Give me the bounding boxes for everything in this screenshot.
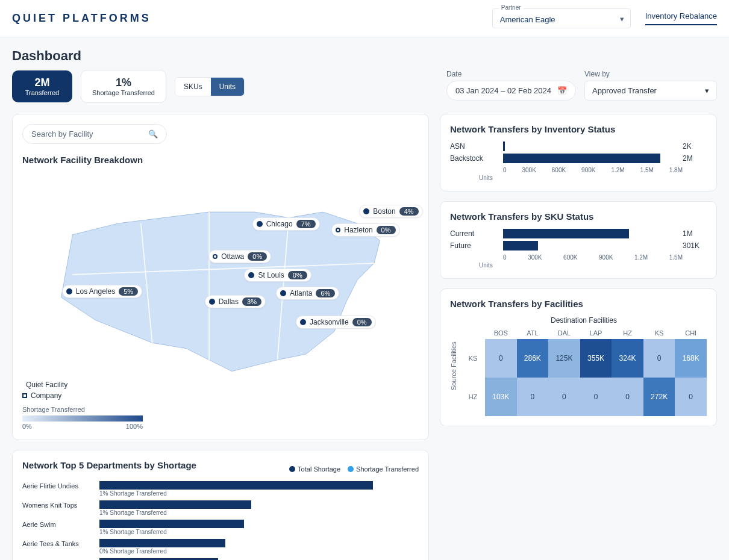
city-pill-st-louis[interactable]: St Louis0% (244, 269, 311, 282)
top5-row: Aerie Flirtie Undies1% Shortage Transfer… (22, 481, 419, 497)
city-dot-icon (363, 208, 369, 214)
partner-value: American Eagle (500, 15, 555, 24)
bar-row: Future301K (450, 241, 707, 250)
heat-cell[interactable]: 324K (612, 339, 643, 378)
city-pct-badge: 5% (119, 287, 138, 296)
breadcrumb[interactable]: Inventory Rebalance (645, 11, 717, 25)
top5-legend: Total Shortage Shortage Transferred (289, 465, 419, 473)
city-pill-chicago[interactable]: Chicago7% (252, 217, 320, 231)
bar[interactable] (99, 500, 251, 509)
legend-trans-swatch (348, 466, 354, 472)
heat-row-header: KS (461, 339, 485, 378)
city-dot-icon (300, 319, 306, 325)
city-dot-icon (213, 254, 217, 259)
kpi-shortage-transferred[interactable]: 1% Shortage Transferred (81, 70, 166, 103)
city-dot-icon (209, 299, 215, 305)
bar[interactable] (99, 520, 244, 528)
top5-row: Aerie Swim1% Shortage Transferred (22, 520, 419, 535)
inventory-status-card: Network Transfers by Inventory Status AS… (440, 114, 717, 191)
city-dot-icon (66, 288, 72, 294)
bar[interactable] (99, 539, 225, 547)
top5-row: Aerie Tees & Tanks0% Shortage Transferre… (22, 539, 419, 555)
city-pill-dallas[interactable]: Dallas3% (205, 295, 266, 308)
viewby-label: View by (584, 70, 717, 78)
heat-cell[interactable]: 0 (485, 339, 517, 378)
kpi-transferred[interactable]: 2M Transferred (12, 70, 72, 102)
heat-cell[interactable]: 0 (612, 378, 643, 416)
bar[interactable] (99, 481, 373, 490)
city-pill-ottawa[interactable]: Ottawa0% (208, 250, 271, 263)
heat-cell[interactable]: 286K (517, 339, 549, 378)
toggle-units[interactable]: Units (211, 78, 244, 96)
heat-cell[interactable]: 0 (580, 378, 612, 416)
partner-label: Partner (499, 4, 524, 11)
top5-row: Womens Knit Tops1% Shortage Transferred (22, 500, 419, 516)
heat-col-header: BOS (485, 327, 517, 339)
top5-title: Network Top 5 Departments by Shortage (22, 460, 196, 470)
date-range-picker[interactable]: 03 Jan 2024 – 02 Feb 2024 📅 (446, 81, 576, 101)
city-dot-icon (280, 290, 286, 296)
calendar-icon: 📅 (557, 86, 567, 95)
heat-title: Network Transfers by Facilities (450, 299, 707, 309)
facility-breakdown-card: Search by Facility 🔍 Network Facility Br… (12, 114, 429, 440)
city-dot-icon (336, 228, 340, 232)
heat-cell[interactable]: 272K (643, 378, 675, 416)
search-input[interactable]: Search by Facility 🔍 (22, 124, 167, 144)
heat-col-header: DAL (548, 327, 580, 339)
top5-card: Network Top 5 Departments by Shortage To… (12, 450, 429, 560)
partner-select[interactable]: Partner American Eagle ▾ (492, 8, 631, 28)
city-pill-boston[interactable]: Boston4% (359, 205, 422, 218)
viewby-select[interactable]: Approved Transfer ▾ (584, 81, 717, 101)
chevron-down-icon: ▾ (705, 86, 709, 95)
heat-cell[interactable]: 355K (580, 339, 612, 378)
city-pct-badge: 0% (377, 226, 396, 234)
bar-row: ASN2K (450, 142, 707, 151)
topbar: QUIET PLATFORMS Partner American Eagle ▾… (0, 0, 729, 37)
sku-status-card: Network Transfers by SKU Status Current1… (440, 201, 717, 279)
bar-row: Current1M (450, 229, 707, 238)
legend-dot-company (22, 393, 27, 398)
bar[interactable] (503, 154, 660, 163)
heat-col-header: ATL (517, 327, 549, 339)
logo: QUIET PLATFORMS (12, 12, 151, 25)
heat-cell[interactable]: 0 (675, 378, 707, 416)
gradient-label: Shortage Transferred (22, 406, 419, 413)
heat-cell[interactable]: 125K (548, 339, 580, 378)
heat-col-header: CHI (675, 327, 707, 339)
city-pct-badge: 4% (399, 207, 419, 216)
city-pct-badge: 3% (242, 297, 261, 306)
page-title: Dashboard (12, 48, 717, 64)
date-label: Date (446, 70, 576, 78)
us-map[interactable]: Los Angeles5%Ottawa0%Chicago7%Boston4%Ha… (22, 172, 419, 377)
inv-status-title: Network Transfers by Inventory Status (450, 124, 707, 134)
city-dot-icon (257, 221, 263, 227)
heat-cell[interactable]: 0 (517, 378, 549, 416)
us-map-svg (22, 172, 419, 377)
bar[interactable] (503, 229, 629, 238)
heat-cell[interactable]: 0 (548, 378, 580, 416)
city-pct-badge: 0% (288, 271, 307, 279)
city-pct-badge: 7% (296, 220, 316, 228)
heat-xlabel: Destination Facilities (461, 316, 707, 325)
unit-toggle: SKUs Units (175, 77, 245, 96)
city-pct-badge: 0% (248, 252, 267, 261)
sku-status-title: Network Transfers by SKU Status (450, 211, 707, 222)
facilities-heat-card: Network Transfers by Facilities Source F… (440, 288, 717, 426)
city-pill-atlanta[interactable]: Atlanta6% (276, 287, 339, 300)
toggle-skus[interactable]: SKUs (175, 78, 211, 96)
city-pct-badge: 6% (316, 289, 335, 297)
heat-cell[interactable]: 0 (643, 339, 675, 378)
legend-total-swatch (289, 466, 295, 472)
heat-col-header: HZ (612, 327, 643, 339)
search-placeholder: Search by Facility (31, 129, 93, 138)
city-pill-los-angeles[interactable]: Los Angeles5% (62, 285, 142, 298)
bar[interactable] (503, 241, 538, 250)
heat-cell[interactable]: 103K (485, 378, 517, 416)
city-pill-hazleton[interactable]: Hazleton0% (331, 223, 399, 237)
city-pill-jacksonville[interactable]: Jacksonville0% (296, 316, 376, 329)
chevron-down-icon: ▾ (620, 14, 624, 23)
bar[interactable] (503, 142, 505, 151)
city-pct-badge: 0% (352, 318, 372, 326)
heat-cell[interactable]: 168K (675, 339, 707, 378)
heat-col-header: LAP (580, 327, 612, 339)
